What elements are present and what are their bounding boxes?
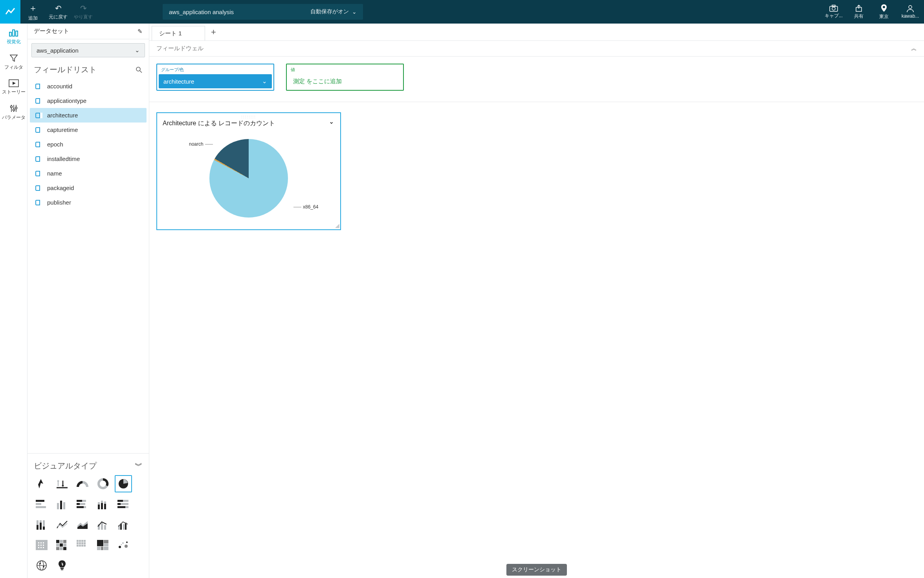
nav-parameter[interactable]: パラメータ [0,104,27,121]
svg-rect-90 [101,547,103,550]
vt-scatter[interactable] [115,536,132,554]
svg-rect-24 [77,500,82,502]
chevron-down-icon: ⌄ [262,78,267,85]
vt-pie[interactable] [115,475,132,492]
vt-table[interactable] [74,536,91,554]
svg-point-12 [15,107,17,109]
filter-icon [9,54,18,62]
field-publisher[interactable]: publisher [30,195,147,210]
svg-rect-63 [40,547,42,548]
chevron-down-icon: ⌄ [352,9,357,15]
vt-area[interactable] [74,516,91,533]
bar-chart-icon [9,28,19,37]
svg-rect-68 [56,543,59,547]
vt-auto[interactable] [33,475,50,492]
svg-rect-66 [60,540,63,543]
tab-sheet1[interactable]: シート 1 [152,26,205,40]
svg-point-10 [10,106,12,108]
double-chevron-down-icon[interactable]: ︾ [135,461,143,471]
capture-button[interactable]: キャプ... [821,0,846,24]
vt-insight[interactable] [53,557,71,574]
user-button[interactable]: kawab... [896,0,924,24]
pencil-icon[interactable]: ✎ [138,28,143,35]
svg-rect-43 [37,525,38,530]
drag-handle-icon[interactable]: :::::::: [241,115,256,119]
svg-rect-25 [82,500,86,502]
dimension-icon [35,98,42,104]
field-label: publisher [47,199,71,206]
pie-label-noarch: noarch [189,141,214,147]
share-button[interactable]: 共有 [846,0,871,24]
field-applicationtype[interactable]: applicationtype [30,93,147,108]
field-installedtime[interactable]: installedtime [30,152,147,166]
svg-rect-86 [97,540,103,546]
visual-pie[interactable]: :::::::: Architecture による レコードのカウント ⌄ no… [156,112,341,230]
undo-button[interactable]: ↶ 元に戻す [46,0,71,24]
vt-line[interactable] [53,516,71,533]
app-logo[interactable] [0,0,20,24]
search-icon[interactable] [136,66,143,73]
dataset-header: データセット ✎ [28,24,149,39]
vt-h100[interactable] [115,496,132,513]
vt-treemap[interactable] [94,536,112,554]
nav-filter-label: フィルタ [4,64,23,71]
dimension-icon [35,113,42,118]
dimension-icon [35,127,42,133]
svg-rect-33 [101,501,103,503]
fieldwells-bar[interactable]: フィールドウェル ︽ [149,41,924,57]
svg-rect-6 [9,32,11,36]
field-accountid[interactable]: accountid [30,79,147,93]
dataset-select[interactable]: aws_application ⌄ [31,43,145,57]
svg-point-13 [136,67,140,71]
resize-grip-icon[interactable]: ◢ [335,222,339,229]
add-sheet-button[interactable]: + [205,24,222,40]
nav-filter[interactable]: フィルタ [0,54,27,71]
field-packageid[interactable]: packageid [30,181,147,195]
nav-visualize[interactable]: 視覚化 [0,28,27,45]
vt-gauge[interactable] [74,475,91,492]
vt-vstacked[interactable] [94,496,112,513]
field-capturetime[interactable]: capturetime [30,123,147,137]
well-value[interactable]: 値 測定 をここに追加 [286,64,404,91]
nav-story-label: ストーリー [2,89,26,95]
well-group-value: architecture [163,78,194,85]
vt-combo[interactable] [94,516,112,533]
analysis-title-bar[interactable]: aws_application analysis 自動保存がオン ⌄ [163,4,363,20]
svg-rect-85 [84,545,86,547]
capture-label: キャプ... [825,13,843,19]
vt-heatmap[interactable] [53,536,71,554]
vt-hbar[interactable] [33,496,50,513]
autosave-toggle[interactable]: 自動保存がオン ⌄ [310,8,357,15]
svg-rect-67 [63,540,66,543]
left-nav: 視覚化 フィルタ ストーリー パラメータ [0,24,28,578]
well-value-chip[interactable]: 測定 をここに追加 [288,74,402,88]
vt-v100[interactable] [33,516,50,533]
vt-hstacked[interactable] [74,496,91,513]
side-panel: データセット ✎ aws_application ⌄ フィールドリスト acco… [28,24,149,578]
field-name[interactable]: name [30,166,147,181]
vt-geomap[interactable] [33,557,50,574]
vt-vbar[interactable] [53,496,71,513]
region-button[interactable]: 東京 [871,0,896,24]
svg-point-95 [121,544,122,545]
vt-clustered-combo[interactable] [115,516,132,533]
svg-rect-75 [79,540,81,542]
add-button[interactable]: ＋ 追加 [20,0,46,24]
field-epoch[interactable]: epoch [30,137,147,152]
svg-rect-31 [98,502,100,505]
well-group-chip[interactable]: architecture ⌄ [159,74,272,88]
field-architecture[interactable]: architecture [30,108,147,123]
visual-menu[interactable]: ⌄ [329,118,334,125]
dimension-icon [35,200,42,205]
svg-rect-29 [84,506,86,508]
vt-donut[interactable] [94,475,112,492]
nav-story[interactable]: ストーリー [0,79,27,95]
analysis-title: aws_application analysis [169,9,310,15]
visualtype-label: ビジュアルタイプ [34,461,97,471]
share-icon [855,4,863,12]
well-group[interactable]: グループ/色 architecture ⌄ [156,64,274,91]
vt-kpi[interactable] [53,475,71,492]
svg-rect-59 [38,545,39,546]
vt-pivot[interactable] [33,536,50,554]
redo-button[interactable]: ↷ やり直す [71,0,96,24]
